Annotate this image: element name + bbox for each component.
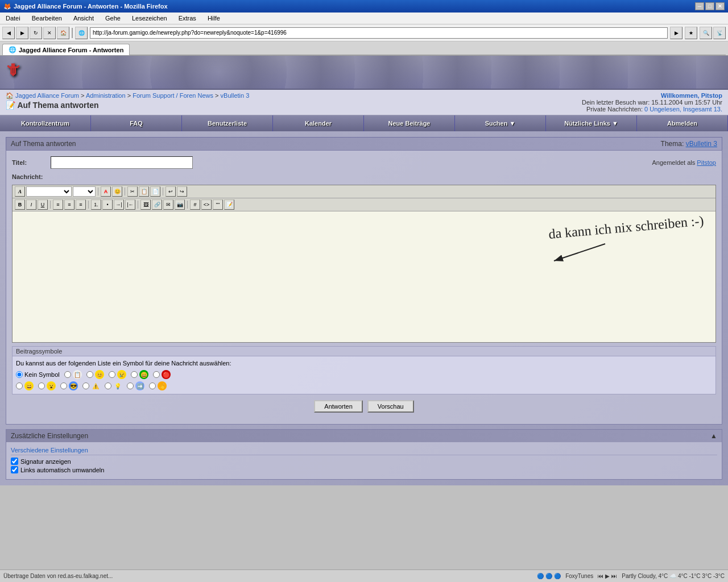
tab-icon: 🌐	[9, 46, 16, 53]
editor-paste-btn[interactable]: 📄	[150, 186, 160, 197]
editor-font-size-select[interactable]	[73, 186, 96, 197]
title-label: Titel:	[12, 159, 46, 166]
icon-smile-yellow[interactable]: 😊	[86, 370, 104, 379]
editor-hash-btn[interactable]: #	[190, 199, 200, 210]
icon-cool[interactable]: 😎	[60, 381, 78, 390]
icon-happy-symbol: 😄	[139, 370, 148, 379]
tab-jagged[interactable]: 🌐 Jagged Alliance Forum - Antworten	[2, 44, 130, 55]
icon-red-dot[interactable]: 🔴	[153, 370, 171, 379]
editor-outdent-btn[interactable]: |←	[125, 199, 135, 210]
menu-extras[interactable]: Extras	[175, 14, 200, 23]
icon-happy[interactable]: 😄	[131, 370, 148, 379]
icon-warn[interactable]: ⚠️	[82, 381, 100, 390]
icon-grin[interactable]: 😀	[16, 381, 34, 390]
setting-signature[interactable]: Signatur anzeigen	[11, 458, 717, 465]
editor-align-left-btn[interactable]: ≡	[53, 199, 63, 210]
breadcrumb-vbulletin[interactable]: vBulletin 3	[221, 92, 250, 99]
nav-kontrollzentrum[interactable]: Kontrollzentrum	[0, 115, 91, 131]
icon-no-symbol[interactable]: Kein Symbol	[16, 371, 60, 378]
editor-unordered-list-btn[interactable]: •	[102, 199, 113, 210]
editor-align-right-btn[interactable]: ≡	[76, 199, 86, 210]
section-header: Auf Thema antworten Thema: vBulletin 3	[6, 137, 722, 150]
menu-hilfe[interactable]: Hilfe	[204, 14, 224, 23]
section-theme-link[interactable]: vBulletin 3	[686, 140, 717, 148]
editor-content[interactable]: da kann ich nix schreiben :-)	[13, 211, 715, 342]
editor-smiley-btn[interactable]: 😊	[112, 186, 122, 197]
editor-font-style-btn[interactable]: A	[15, 186, 25, 197]
editor-photo-btn[interactable]: 📷	[175, 199, 185, 210]
window-title-bar: 🦊 Jagged Alliance Forum - Antworten - Mo…	[0, 0, 728, 13]
editor-bold-btn[interactable]: B	[15, 199, 25, 210]
browser-toolbar: ◀ ▶ ↻ ✕ 🏠 🌐 ▶ ★ 🔍 📡	[0, 24, 728, 41]
icon-hand[interactable]: 👋	[149, 381, 167, 390]
forward-button[interactable]: ▶	[16, 27, 28, 39]
preview-button[interactable]: Vorschau	[367, 400, 414, 413]
editor-redo-btn[interactable]: ↪	[177, 186, 187, 197]
links-label: Links automatisch umwandeln	[20, 467, 104, 473]
home-button[interactable]: 🏠	[57, 27, 69, 39]
go-button[interactable]: ▶	[670, 27, 682, 39]
icon-bulb[interactable]: 💡	[105, 381, 122, 390]
editor-quote-btn[interactable]: ""	[213, 199, 223, 210]
menu-datei[interactable]: Datei	[2, 14, 24, 23]
nav-suchen[interactable]: Suchen ▼	[455, 115, 546, 131]
setting-links[interactable]: Links automatisch umwandeln	[11, 466, 717, 473]
nav-neue-beitraege[interactable]: Neue Beiträge	[364, 115, 455, 131]
nav-benutzerliste[interactable]: Benutzerliste	[182, 115, 273, 131]
breadcrumb-admin[interactable]: Administration	[86, 92, 126, 99]
minimize-button[interactable]: ─	[695, 2, 704, 10]
signature-checkbox[interactable]	[11, 458, 18, 465]
stop-button[interactable]: ✕	[43, 27, 56, 39]
editor-underline-btn[interactable]: U	[38, 199, 48, 210]
editor-font-family-select[interactable]	[26, 186, 72, 197]
breadcrumb-forum-support[interactable]: Forum Support / Foren News	[133, 92, 213, 99]
back-button[interactable]: ◀	[2, 27, 15, 39]
editor-copy-btn[interactable]: 📋	[139, 186, 149, 197]
forum-header: 🗡	[0, 56, 728, 90]
menu-gehe[interactable]: Gehe	[102, 14, 124, 23]
submit-button[interactable]: Antworten	[314, 400, 363, 413]
menu-bearbeiten[interactable]: Bearbeiten	[28, 14, 65, 23]
menu-ansicht[interactable]: Ansicht	[70, 14, 97, 23]
editor-font-color-btn[interactable]: A	[101, 186, 111, 197]
links-checkbox[interactable]	[11, 466, 18, 473]
nav-nuetzliche-links[interactable]: Nützliche Links ▼	[546, 115, 637, 131]
logged-as-user-link[interactable]: Pitstop	[697, 159, 716, 166]
editor-indent-btn[interactable]: →|	[114, 199, 124, 210]
menu-lesezeichen[interactable]: Lesezeichen	[129, 14, 171, 23]
address-input[interactable]	[90, 27, 668, 39]
nav-abmelden[interactable]: Abmelden	[637, 115, 728, 131]
rss-button[interactable]: 📡	[713, 27, 726, 39]
nav-kalender[interactable]: Kalender	[273, 115, 364, 131]
editor-align-center-btn[interactable]: ≡	[64, 199, 75, 210]
icon-bulb-symbol: 💡	[113, 381, 122, 390]
icon-surprise[interactable]: 😮	[38, 381, 56, 390]
editor-image-btn[interactable]: 🖼	[140, 199, 151, 210]
bookmark-button[interactable]: ★	[685, 27, 697, 39]
nav-faq[interactable]: FAQ	[91, 115, 182, 131]
editor-code-btn[interactable]: <>	[201, 199, 212, 210]
settings-panel: Verschiedene Einstellungen Signatur anze…	[6, 442, 722, 479]
private-messages-link[interactable]: 0 Ungelesen, Insgesamt 13.	[644, 106, 722, 113]
breadcrumb-home[interactable]: Jagged Alliance Forum	[15, 92, 79, 99]
editor-ordered-list-btn[interactable]: 1.	[91, 199, 101, 210]
icon-sad[interactable]: 😢	[109, 370, 126, 379]
icon-no-symbol-label: Kein Symbol	[24, 371, 60, 378]
close-button[interactable]: ✕	[715, 2, 725, 10]
editor-cut-btn[interactable]: ✂	[127, 186, 138, 197]
site-icon: 🌐	[75, 27, 88, 39]
editor-misc-btn[interactable]: 📝	[224, 199, 234, 210]
icon-book[interactable]: 📋	[64, 370, 82, 379]
search-bar[interactable]: 🔍	[700, 27, 712, 39]
editor-link-btn[interactable]: 🔗	[152, 199, 162, 210]
reload-button[interactable]: ↻	[30, 27, 42, 39]
title-input[interactable]	[51, 156, 193, 169]
editor-italic-btn[interactable]: I	[26, 199, 36, 210]
editor-undo-btn[interactable]: ↩	[166, 186, 176, 197]
editor-email-btn[interactable]: ✉	[163, 199, 173, 210]
icon-arrow[interactable]: ➡️	[127, 381, 144, 390]
maximize-button[interactable]: □	[705, 2, 714, 10]
icons-description: Du kannst aus der folgenden Liste ein Sy…	[16, 360, 712, 367]
editor-sep7	[187, 201, 188, 209]
additional-header[interactable]: Zusätzliche Einstellungen ▲	[6, 430, 722, 442]
